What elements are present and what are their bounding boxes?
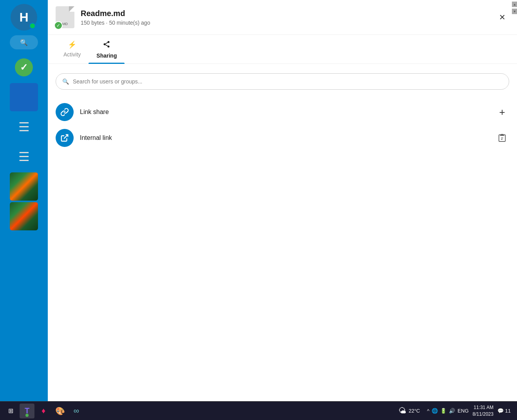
- tabs-container: ⚡ Activity Sharing: [48, 35, 517, 64]
- taskbar-right: 🌤 22°C ^ 🌐 🔋 🔊 ENG 11:31 AM 8/11/2023 💬 …: [395, 404, 514, 418]
- clock-date: 8/11/2023: [473, 411, 494, 418]
- sidebar-thumbnail-1[interactable]: [10, 172, 38, 201]
- svg-line-3: [106, 45, 108, 46]
- tasks-icon: ☰: [18, 149, 30, 164]
- file-icon-text: MD: [62, 22, 68, 26]
- tab-activity[interactable]: ⚡ Activity: [56, 35, 89, 63]
- file-panel-header: MD ✓ Readme.md 150 bytes · 50 minute(s) …: [48, 0, 517, 35]
- sharing-icon: [103, 40, 110, 50]
- clock-time: 11:31 AM: [473, 404, 494, 411]
- desktop: H 🔍 ✓ ☰ ☰: [0, 0, 517, 420]
- file-meta: 150 bytes · 50 minute(s) ago: [81, 20, 495, 26]
- close-icon: ✕: [499, 13, 506, 22]
- share-item-internal: Internal link: [56, 125, 509, 151]
- tab-activity-label: Activity: [63, 51, 81, 58]
- sidebar-item-files[interactable]: [10, 83, 38, 111]
- weather-temp: 22°C: [409, 408, 420, 414]
- scroll-down-button[interactable]: ▼: [512, 9, 517, 14]
- avatar-letter: H: [19, 10, 28, 25]
- share-item-link: Link share +: [56, 99, 509, 125]
- search-input-icon: 🔍: [62, 78, 69, 85]
- notification-center[interactable]: 💬 11: [497, 408, 511, 414]
- scroll-down-icon: ▼: [513, 10, 516, 13]
- taskbar-clock: 11:31 AM 8/11/2023: [473, 404, 494, 418]
- tab-sharing[interactable]: Sharing: [89, 35, 125, 63]
- taskbar: ⊞ T ♦ 🎨 ∞ 🌤 22°C ^ 🌐: [0, 401, 517, 420]
- taskbar-teams[interactable]: T: [20, 404, 34, 418]
- weather-widget: 🌤 22°C: [395, 405, 423, 417]
- search-button[interactable]: 🔍: [10, 35, 38, 49]
- add-icon: +: [499, 106, 505, 118]
- lang-label: ENG: [457, 408, 468, 414]
- notes-icon: ☰: [18, 119, 30, 134]
- file-info: Readme.md 150 bytes · 50 minute(s) ago: [81, 9, 495, 26]
- scrollbar: ▲ ▼: [512, 0, 517, 401]
- search-users-input[interactable]: [73, 78, 503, 85]
- scroll-up-button[interactable]: ▲: [512, 2, 517, 7]
- search-bar[interactable]: 🔍: [56, 73, 509, 90]
- svg-point-2: [108, 45, 110, 47]
- app3-icon: 🎨: [55, 406, 65, 416]
- file-panel: MD ✓ Readme.md 150 bytes · 50 minute(s) …: [48, 0, 517, 401]
- network-icon: 🌐: [432, 408, 438, 414]
- svg-point-0: [108, 41, 110, 43]
- system-tray: ^ 🌐 🔋 🔊 ENG: [427, 408, 468, 414]
- content-area: 🔍 Link share +: [48, 64, 517, 160]
- teams-badge: [25, 414, 29, 417]
- tray-chevron[interactable]: ^: [427, 408, 429, 414]
- file-name: Readme.md: [81, 9, 495, 18]
- svg-point-1: [104, 43, 106, 45]
- svg-line-5: [64, 135, 68, 139]
- svg-line-4: [106, 42, 108, 43]
- link-share-icon: [56, 103, 74, 121]
- internal-link-label: Internal link: [80, 134, 489, 141]
- scroll-up-icon: ▲: [513, 3, 516, 6]
- avatar[interactable]: H: [11, 4, 37, 31]
- internal-link-icon: [56, 129, 74, 147]
- sidebar-item-notes[interactable]: ☰: [10, 113, 38, 141]
- taskbar-show-desktop[interactable]: ⊞: [3, 404, 18, 418]
- taskbar-app3[interactable]: 🎨: [52, 404, 67, 418]
- add-link-share-button[interactable]: +: [495, 105, 509, 119]
- file-status-badge: ✓: [54, 21, 63, 30]
- show-desktop-icon: ⊞: [8, 407, 13, 415]
- battery-icon: 🔋: [440, 408, 446, 414]
- online-badge: [29, 23, 36, 29]
- taskbar-nextcloud[interactable]: ∞: [69, 404, 84, 418]
- notification-count: 11: [505, 408, 511, 414]
- sidebar-item-tasks[interactable]: ☰: [10, 143, 38, 171]
- tab-sharing-label: Sharing: [96, 52, 117, 59]
- sidebar-thumbnail-2[interactable]: [10, 202, 38, 230]
- close-button[interactable]: ✕: [495, 10, 509, 24]
- weather-icon: 🌤: [398, 406, 406, 415]
- activity-icon: ⚡: [68, 40, 76, 49]
- sidebar-item-activity[interactable]: ✓: [10, 53, 38, 81]
- nc-sidebar: H 🔍 ✓ ☰ ☰: [0, 0, 48, 401]
- copy-internal-link-button[interactable]: [495, 131, 509, 145]
- nextcloud-icon: ∞: [74, 406, 79, 415]
- link-share-label: Link share: [80, 109, 489, 116]
- app2-icon: ♦: [42, 406, 45, 415]
- file-icon-wrapper: MD ✓: [56, 6, 74, 28]
- volume-icon: 🔊: [449, 408, 455, 414]
- taskbar-left: ⊞ T ♦ 🎨 ∞: [3, 404, 395, 418]
- taskbar-app2[interactable]: ♦: [36, 404, 51, 418]
- search-icon: 🔍: [20, 39, 28, 46]
- check-icon: ✓: [15, 58, 33, 76]
